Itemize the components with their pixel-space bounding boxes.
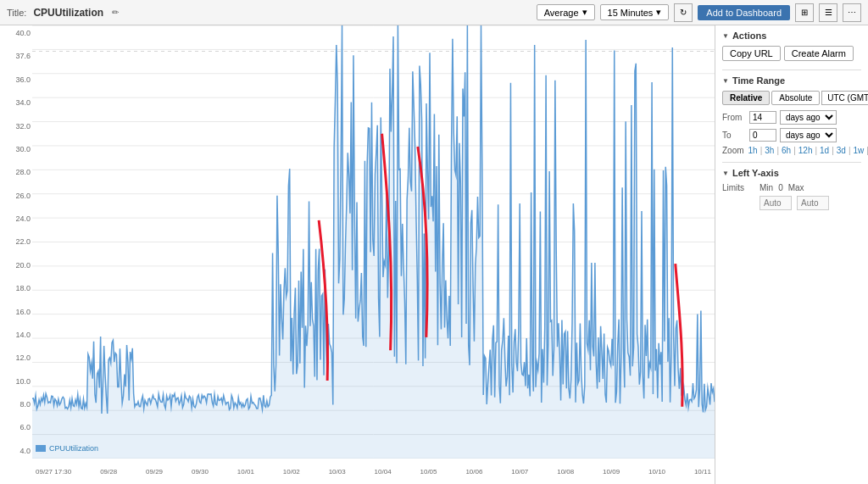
actions-triangle-icon: ▼	[722, 32, 729, 40]
y-axis-label: 6.0	[19, 423, 31, 431]
average-chevron-icon: ▾	[582, 7, 587, 18]
zoom-12h[interactable]: 12h	[798, 146, 813, 155]
yaxis-section-header[interactable]: ▼ Left Y-axis	[722, 168, 861, 178]
yaxis-header-row: Limits Min 0 Max	[722, 183, 861, 192]
x-axis-label: 10/02	[283, 468, 300, 476]
relative-tab[interactable]: Relative	[722, 91, 770, 105]
main-content: 40.037.636.034.032.030.028.026.024.022.0…	[0, 25, 868, 484]
y-axis-label: 22.0	[15, 237, 31, 246]
limits-label: Limits	[722, 183, 754, 192]
average-label: Average	[544, 8, 579, 18]
zoom-1d[interactable]: 1d	[820, 146, 829, 155]
create-alarm-button[interactable]: Create Alarm	[784, 46, 854, 61]
refresh-button[interactable]: ↻	[674, 3, 693, 22]
header-controls: Average ▾ 15 Minutes ▾ ↻ Add to Dashboar…	[537, 3, 861, 22]
yaxis-triangle-icon: ▼	[722, 170, 729, 177]
y-axis-label: 20.0	[15, 261, 31, 270]
x-axis-label: 10/04	[375, 468, 392, 476]
timerange-label: 15 Minutes	[608, 8, 654, 18]
y-axis-label: 26.0	[15, 192, 31, 200]
right-panel: ▼ Actions Copy URL Create Alarm ▼ Time R…	[715, 25, 868, 484]
zoom-3d[interactable]: 3d	[837, 146, 846, 155]
x-axis: 09/27 17:3009/2809/2909/3010/0110/0210/0…	[32, 459, 715, 484]
y-axis-label: 28.0	[15, 168, 31, 176]
x-axis-label: 09/30	[192, 468, 209, 476]
x-axis-label: 10/10	[648, 468, 665, 476]
y-axis-label: 32.0	[15, 122, 31, 131]
timerange-dropdown[interactable]: 15 Minutes ▾	[600, 4, 670, 20]
edit-icon[interactable]: ✏	[112, 8, 119, 17]
time-range-section-header[interactable]: ▼ Time Range	[722, 75, 861, 86]
y-axis-label: 12.0	[15, 353, 31, 362]
from-label: From	[722, 113, 746, 122]
settings-icon-btn[interactable]: ⋯	[843, 3, 861, 22]
yaxis-section: ▼ Left Y-axis Limits Min 0 Max	[722, 168, 861, 210]
chart-area: 40.037.636.034.032.030.028.026.024.022.0…	[0, 25, 715, 484]
header-bar: Title: CPUUtilization ✏ Average ▾ 15 Min…	[0, 0, 868, 25]
chart-title: CPUUtilization	[33, 7, 103, 19]
divider-1	[722, 70, 861, 70]
zoom-1w[interactable]: 1w	[854, 146, 865, 155]
y-axis-label: 30.0	[15, 145, 31, 153]
zoom-row: Zoom 1h | 3h | 6h | 12h | 1d | 3d | 1w |…	[722, 146, 861, 155]
y-axis-label: 10.0	[15, 377, 31, 386]
absolute-tab[interactable]: Absolute	[771, 91, 820, 105]
y-axis-label: 16.0	[15, 308, 31, 316]
min-label: Min	[760, 183, 773, 192]
x-axis-label: 10/11	[694, 468, 711, 476]
min-value: 0	[778, 183, 783, 192]
from-unit-select[interactable]: days ago	[780, 110, 837, 125]
actions-row: Copy URL Create Alarm	[722, 46, 861, 61]
y-axis-label: 8.0	[19, 400, 31, 409]
y-axis: 40.037.636.034.032.030.028.026.024.022.0…	[0, 25, 32, 459]
zoom-6h[interactable]: 6h	[782, 146, 791, 155]
y-axis-label: 14.0	[15, 331, 31, 339]
from-input[interactable]	[749, 111, 776, 124]
copy-url-button[interactable]: Copy URL	[722, 46, 781, 61]
x-axis-label: 10/03	[329, 468, 346, 476]
x-axis-label: 10/05	[420, 468, 437, 476]
list-view-icon-btn[interactable]: ☰	[819, 3, 837, 22]
y-axis-label: 40.0	[15, 29, 31, 37]
utc-select[interactable]: UTC (GMT)	[821, 91, 868, 105]
actions-section-header[interactable]: ▼ Actions	[722, 31, 861, 41]
to-unit-select[interactable]: days ago	[780, 128, 837, 142]
yaxis-label: Left Y-axis	[732, 168, 779, 178]
time-range-tab-row: Relative Absolute UTC (GMT)	[722, 91, 861, 105]
from-row: From days ago	[722, 110, 861, 125]
to-label: To	[722, 131, 746, 140]
add-dashboard-button[interactable]: Add to Dashboard	[698, 5, 790, 20]
timerange-chevron-icon: ▾	[656, 7, 661, 18]
y-axis-label: 37.6	[15, 52, 31, 60]
to-row: To days ago	[722, 128, 861, 142]
x-axis-label: 10/01	[237, 468, 254, 476]
grid-view-icon-btn[interactable]: ⊞	[795, 3, 814, 22]
x-axis-label: 10/06	[465, 468, 482, 476]
y-axis-label: 34.0	[15, 98, 31, 107]
chart-canvas-container[interactable]	[32, 25, 715, 459]
x-axis-label: 09/29	[146, 468, 163, 476]
time-range-triangle-icon: ▼	[722, 77, 729, 85]
time-range-label: Time Range	[732, 75, 785, 86]
time-range-section: ▼ Time Range Relative Absolute UTC (GMT)…	[722, 75, 861, 155]
zoom-1h[interactable]: 1h	[748, 146, 758, 155]
x-axis-label: 10/09	[603, 468, 620, 476]
y-axis-label: 18.0	[15, 284, 31, 292]
x-axis-label: 09/28	[100, 468, 117, 476]
title-prefix-label: Title:	[7, 8, 26, 18]
x-axis-label: 10/08	[557, 468, 574, 476]
yaxis-min-input[interactable]	[760, 196, 792, 210]
max-label: Max	[788, 183, 804, 192]
zoom-label: Zoom	[722, 146, 744, 155]
divider-2	[722, 162, 861, 163]
yaxis-limits-row	[722, 196, 861, 210]
to-input[interactable]	[749, 129, 776, 142]
x-axis-label: 10/07	[511, 468, 528, 476]
y-axis-label: 36.0	[15, 75, 31, 84]
chart-canvas[interactable]	[32, 25, 715, 459]
yaxis-max-input[interactable]	[797, 196, 829, 210]
chart-wrapper: 40.037.636.034.032.030.028.026.024.022.0…	[0, 25, 715, 484]
average-dropdown[interactable]: Average ▾	[537, 4, 595, 20]
zoom-3h[interactable]: 3h	[765, 146, 774, 155]
y-axis-label: 4.0	[19, 447, 31, 455]
